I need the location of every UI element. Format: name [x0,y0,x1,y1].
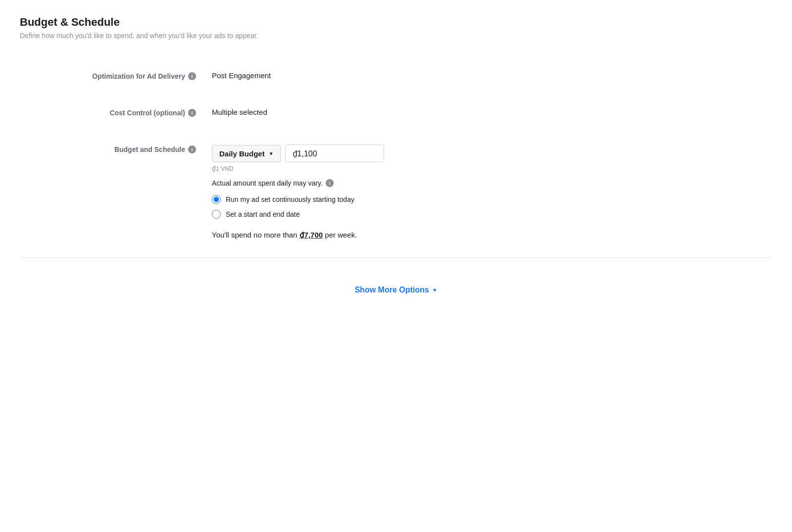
form-section: Optimization for Ad Delivery i Post Enga… [20,57,772,253]
radio-continuous-label: Run my ad set continuously starting toda… [226,195,354,203]
spend-summary-suffix: per week. [323,231,357,239]
radio-dates-item[interactable]: Set a start and end date [212,210,772,219]
cost-control-content: Multiple selected [208,108,772,116]
radio-continuous-input[interactable] [212,195,221,204]
budget-content: Daily Budget ▼ ₫1 VND Actual amount spen… [208,145,772,240]
budget-type-dropdown[interactable]: Daily Budget ▼ [212,145,281,162]
budget-label-col: Budget and Schedule i [20,145,208,153]
min-amount-label: ₫1 VND [212,165,772,172]
radio-dates-label: Set a start and end date [226,210,299,218]
actual-amount-text: Actual amount spent daily may vary. [212,179,323,187]
budget-amount-input[interactable] [285,145,384,162]
budget-info-icon[interactable]: i [188,145,196,153]
page-subtitle: Define how much you'd like to spend, and… [20,32,772,40]
cost-control-row: Cost Control (optional) i Multiple selec… [20,94,772,131]
show-more-label: Show More Options [354,286,429,294]
budget-label: Budget and Schedule [114,145,185,153]
cost-control-info-icon[interactable]: i [188,109,196,117]
spend-summary-prefix: You'll spend no more than [212,231,299,239]
schedule-radio-group: Run my ad set continuously starting toda… [212,195,772,219]
optimization-value: Post Engagement [212,70,271,80]
optimization-row: Optimization for Ad Delivery i Post Enga… [20,57,772,94]
section-divider [20,257,772,258]
show-more-button[interactable]: Show More Options ▼ [346,282,445,298]
budget-inputs: Daily Budget ▼ [212,145,772,162]
page-header: Budget & Schedule Define how much you'd … [20,16,772,40]
actual-amount-row: Actual amount spent daily may vary. i [212,179,772,187]
show-more-section: Show More Options ▼ [20,270,772,310]
budget-schedule-row: Budget and Schedule i Daily Budget ▼ ₫1 … [20,131,772,253]
actual-amount-info-icon[interactable]: i [326,179,334,187]
cost-control-label: Cost Control (optional) [110,109,185,117]
dropdown-arrow-icon: ▼ [269,151,274,156]
optimization-content: Post Engagement [208,71,772,80]
cost-control-label-col: Cost Control (optional) i [20,108,208,117]
optimization-label: Optimization for Ad Delivery [92,72,185,80]
show-more-arrow-icon: ▼ [432,287,438,293]
radio-dates-input[interactable] [212,210,221,219]
page-title: Budget & Schedule [20,16,772,29]
cost-control-value: Multiple selected [212,107,267,116]
optimization-info-icon[interactable]: i [188,72,196,80]
spend-amount: ₫7,700 [299,231,323,239]
budget-dropdown-label: Daily Budget [219,149,265,158]
optimization-label-col: Optimization for Ad Delivery i [20,71,208,80]
radio-continuous-item[interactable]: Run my ad set continuously starting toda… [212,195,772,204]
spend-summary: You'll spend no more than ₫7,700 per wee… [212,231,772,240]
